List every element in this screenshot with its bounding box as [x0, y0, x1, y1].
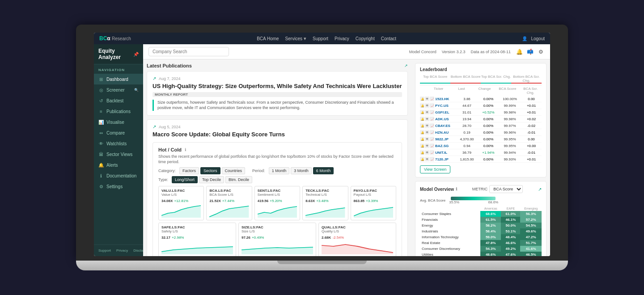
lb-ticker-6[interactable]: 9822.JP: [435, 137, 456, 141]
eye-row-icon-2[interactable]: 👁: [425, 110, 429, 114]
hm-cell-5-0[interactable]: 47.8%: [480, 240, 501, 246]
pub-ext-link-icon[interactable]: ↗: [153, 76, 156, 81]
sidebar-pin-icon[interactable]: 📌: [133, 52, 139, 57]
pub-ext-link-icon-2[interactable]: ↗: [153, 124, 156, 129]
sidebar-item-sector-views[interactable]: 🏛 Sector Views: [94, 149, 143, 160]
hm-cell-6-0[interactable]: 54.3%: [480, 246, 501, 252]
sidebar-item-backtest[interactable]: ↺ Backtest: [94, 95, 143, 106]
nav-privacy[interactable]: Privacy: [335, 36, 349, 41]
logout-btn[interactable]: Logout: [531, 36, 545, 41]
lb-ticker-9[interactable]: 7120.JP: [435, 157, 456, 161]
nav-services[interactable]: Services: [285, 36, 302, 41]
hm-cell-3-0[interactable]: 58.4%: [480, 228, 501, 234]
eye-row-icon-7[interactable]: 👁: [425, 143, 429, 148]
hm-cell-3-1[interactable]: 53.1%: [501, 228, 520, 234]
lb-ticker-2[interactable]: GSFf.EL: [435, 110, 456, 114]
eye-row-icon-0[interactable]: 👁: [425, 97, 429, 101]
chart-row-icon-0[interactable]: 📈: [430, 97, 434, 101]
hm-cell-0-0[interactable]: 68.6%: [480, 211, 501, 217]
sidebar-item-visualise[interactable]: 📊 Visualise: [94, 117, 143, 127]
settings-gear-icon[interactable]: ⚙: [537, 48, 545, 56]
eye-row-icon-6[interactable]: 👁: [425, 137, 429, 141]
bell-row-icon-9[interactable]: 🔔: [420, 157, 424, 161]
lb-ticker-7[interactable]: BAZ.SG: [435, 144, 456, 148]
chip-sectors[interactable]: Sectors: [200, 167, 220, 174]
lb-ticker-1[interactable]: PYC.US: [435, 104, 456, 108]
bell-row-icon-3[interactable]: 🔔: [420, 117, 424, 121]
lb-ticker-8[interactable]: UNIT.IL: [435, 151, 456, 155]
chart-row-icon-9[interactable]: 📈: [430, 157, 434, 161]
eye-row-icon-8[interactable]: 👁: [425, 150, 429, 155]
footer-disclaimer[interactable]: Disclaimer: [133, 249, 143, 253]
sidebar-item-publications[interactable]: ≡ Publications: [94, 106, 143, 117]
chart-row-icon-5[interactable]: 📈: [430, 130, 434, 135]
bell-row-icon-2[interactable]: 🔔: [420, 110, 424, 114]
company-search-input[interactable]: [148, 47, 229, 56]
hm-cell-7-0[interactable]: 48.6%: [480, 252, 501, 256]
lb-ticker-5[interactable]: HZN.AU: [435, 131, 456, 135]
eye-row-icon-9[interactable]: 👁: [425, 157, 429, 161]
eye-row-icon-4[interactable]: 👁: [425, 123, 429, 128]
publications-link-icon[interactable]: ↗: [404, 63, 408, 68]
hm-cell-0-1[interactable]: 61.0%: [501, 211, 520, 217]
chip-countries[interactable]: Countries: [222, 167, 246, 174]
hm-cell-1-1[interactable]: 46.1%: [501, 217, 520, 223]
eye-row-icon-3[interactable]: 👁: [425, 117, 429, 121]
sidebar-item-dashboard[interactable]: ⊞ Dashboard: [94, 74, 143, 84]
chart-row-icon-1[interactable]: 📈: [430, 103, 434, 108]
sidebar-item-screener[interactable]: ◎ Screener 🔍: [94, 84, 143, 95]
nav-bca-home[interactable]: BCA Home: [257, 36, 279, 41]
hm-cell-7-2[interactable]: 46.5%: [520, 252, 542, 256]
hm-cell-4-1[interactable]: 48.4%: [501, 234, 520, 240]
mo-metric-select[interactable]: BCA Score: [489, 185, 523, 193]
hm-cell-6-2[interactable]: 41.6%: [520, 246, 542, 252]
hm-cell-3-2[interactable]: 49.6%: [520, 228, 542, 234]
chart-row-icon-3[interactable]: 📈: [430, 117, 434, 121]
mo-expand-icon[interactable]: ↗: [538, 187, 542, 192]
bell-row-icon-1[interactable]: 🔔: [420, 103, 424, 108]
hm-cell-5-1[interactable]: 46.6%: [501, 240, 520, 246]
sidebar-item-alerts[interactable]: 🔔 Alerts: [94, 160, 143, 170]
nav-copyright[interactable]: Copyright: [356, 36, 375, 41]
hm-cell-4-2[interactable]: 47.2%: [520, 234, 542, 240]
chart-row-icon-8[interactable]: 📈: [430, 150, 434, 155]
hm-cell-0-2[interactable]: 56.3%: [520, 211, 542, 217]
chip-btm-decile[interactable]: Btm. Decile: [225, 176, 252, 183]
hm-cell-2-1[interactable]: 50.0%: [501, 223, 520, 228]
chart-row-icon-7[interactable]: 📈: [430, 143, 434, 148]
lb-ticker-3[interactable]: ADK.US: [435, 117, 456, 121]
nav-contact[interactable]: Contact: [381, 36, 396, 41]
chip-longshort[interactable]: Long/Short: [172, 176, 198, 183]
bell-row-icon-4[interactable]: 🔔: [420, 123, 424, 128]
chip-top-decile[interactable]: Top Decile: [199, 176, 224, 183]
bell-row-icon-8[interactable]: 🔔: [420, 150, 424, 155]
sidebar-item-settings[interactable]: ⚙ Settings: [94, 181, 143, 192]
footer-privacy[interactable]: Privacy: [116, 249, 128, 253]
nav-support[interactable]: Support: [313, 36, 328, 41]
footer-support[interactable]: Support: [98, 249, 111, 253]
sidebar-item-documentation[interactable]: ℹ Documentation: [94, 170, 143, 181]
bell-row-icon-7[interactable]: 🔔: [420, 143, 424, 148]
hm-cell-1-2[interactable]: 57.2%: [520, 217, 542, 223]
hm-cell-2-2[interactable]: 54.5%: [520, 223, 542, 228]
hm-cell-7-1[interactable]: 47.6%: [501, 252, 520, 256]
hm-cell-2-0[interactable]: 58.2%: [480, 223, 501, 228]
hm-cell-5-2[interactable]: 51.7%: [520, 240, 542, 246]
bell-row-icon-6[interactable]: 🔔: [420, 137, 424, 141]
hm-cell-1-0[interactable]: 61.5%: [480, 217, 501, 223]
bell-row-icon-5[interactable]: 🔔: [420, 130, 424, 135]
chart-row-icon-4[interactable]: 📈: [430, 123, 434, 128]
hm-cell-4-0[interactable]: 59.0%: [480, 234, 501, 240]
bell-icon[interactable]: 🔔: [515, 48, 523, 56]
notification-icon[interactable]: 📫: [526, 48, 534, 56]
chip-factors[interactable]: Factors: [179, 167, 199, 174]
chip-1m[interactable]: 1 Month: [269, 167, 290, 174]
bell-row-icon-0[interactable]: 🔔: [420, 97, 424, 101]
chart-row-icon-6[interactable]: 📈: [430, 137, 434, 141]
view-screen-button[interactable]: View Screen: [420, 165, 450, 173]
sidebar-item-compare[interactable]: ⇔ Compare: [94, 127, 143, 138]
chip-6m[interactable]: 6 Month: [313, 167, 334, 174]
lb-ticker-0[interactable]: 1523.HK: [435, 97, 456, 101]
chip-3m[interactable]: 3 Month: [291, 167, 312, 174]
lb-ticker-4[interactable]: CBAY.ES: [435, 124, 456, 128]
